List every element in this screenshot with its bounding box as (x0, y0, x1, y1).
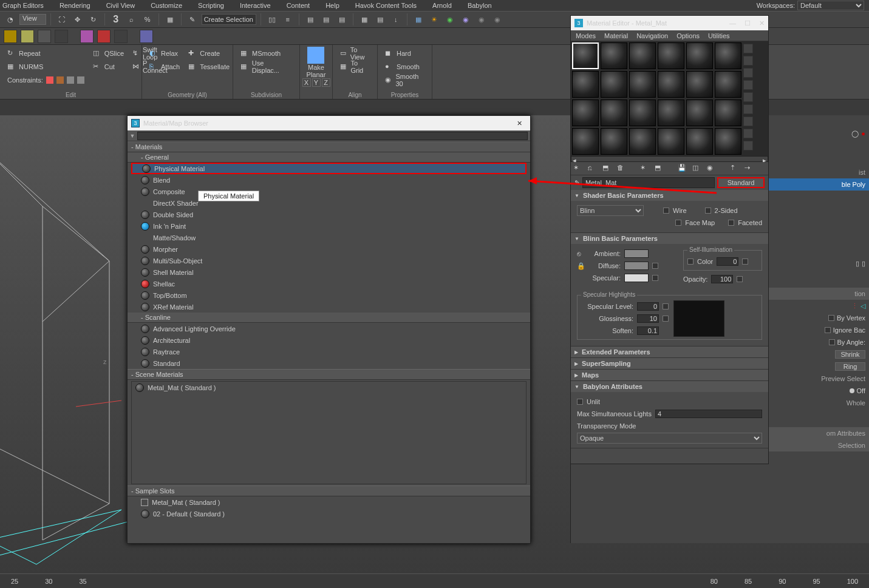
opacity-map-button[interactable] (737, 276, 743, 282)
nurms-button[interactable]: ▦NURMS (5, 60, 87, 73)
qslice-button[interactable]: ◫QSlice (90, 47, 126, 60)
tool-icon[interactable] (743, 104, 753, 114)
menu-interactive[interactable]: Interactive (240, 2, 271, 9)
off-radio[interactable] (850, 388, 854, 393)
material-blend[interactable]: Blend (128, 174, 530, 186)
transparency-mode-dropdown[interactable]: Opaque (577, 433, 762, 444)
wire-checkbox[interactable] (663, 208, 669, 214)
material-advanced-lighting[interactable]: Advanced Lighting Override (128, 323, 530, 334)
smooth30-button[interactable]: ◉Smooth 30 (383, 73, 427, 87)
material-standard[interactable]: Standard (128, 357, 530, 369)
repeat-button[interactable]: ↻Repeat (5, 47, 87, 60)
menu-arnold[interactable]: Arnold (432, 2, 452, 9)
view-dropdown[interactable]: View (19, 14, 46, 25)
category-sample-slots[interactable]: - Sample Slots (128, 485, 530, 496)
cut-button[interactable]: ✂Cut (90, 60, 126, 73)
msmooth-button[interactable]: ▦MSmooth (238, 47, 295, 60)
tool-icon[interactable]: ⬒ (655, 164, 664, 174)
tool-icon[interactable] (21, 30, 34, 43)
rollout-maps[interactable]: ▶Maps (571, 370, 768, 380)
specular-swatch[interactable] (624, 274, 649, 282)
material-shell-material[interactable]: Shell Material (128, 266, 530, 278)
hard-button[interactable]: ◼Hard (383, 47, 427, 60)
z-button[interactable]: Z (322, 78, 330, 87)
material-morpher[interactable]: Morpher (128, 243, 530, 255)
sample-slot-grid[interactable] (572, 42, 741, 155)
category-scanline[interactable]: - Scanline (128, 313, 530, 323)
category-scene-materials[interactable]: - Scene Materials (128, 369, 530, 380)
scene-material-item[interactable]: Metal_Mat ( Standard ) (132, 382, 526, 393)
menu-navigation[interactable]: Navigation (636, 32, 668, 39)
tool-icon[interactable] (140, 30, 153, 43)
delete-icon[interactable]: 🗑 (617, 164, 627, 174)
smooth-button[interactable]: ●Smooth (383, 60, 427, 73)
menu-civil-view[interactable]: Civil View (106, 2, 135, 9)
sample-slot[interactable] (601, 100, 627, 126)
tool-icon[interactable]: ✎ (186, 13, 199, 26)
menu-options[interactable]: Options (676, 32, 700, 39)
sample-slot[interactable] (715, 128, 741, 155)
selection-set-input[interactable] (202, 14, 256, 25)
material-editor-menubar[interactable]: Modes Material Navigation Options Utilit… (571, 30, 768, 41)
workspaces-dropdown[interactable]: Default (797, 1, 864, 10)
menu-customize[interactable]: Customize (151, 2, 182, 9)
teapot-icon[interactable]: ◉ (459, 13, 472, 26)
opacity-spinner[interactable]: 100 (711, 275, 733, 283)
create-button[interactable]: ✚Create (186, 47, 232, 60)
sample-type-icon[interactable] (743, 44, 753, 53)
sample-slot[interactable] (572, 71, 599, 98)
material-shellac[interactable]: Shellac (128, 278, 530, 289)
percent-icon[interactable]: % (141, 13, 154, 26)
2sided-checkbox[interactable] (705, 208, 711, 214)
material-physical-material[interactable]: Physical Material (131, 163, 527, 174)
search-input[interactable] (137, 132, 528, 140)
ambient-swatch[interactable] (624, 249, 649, 258)
y-button[interactable]: Y (312, 78, 321, 87)
max-lights-spinner[interactable]: 4 (655, 410, 762, 418)
tool-icon[interactable] (80, 30, 94, 43)
material-architectural[interactable]: Architectural (128, 334, 530, 346)
save-icon[interactable]: 💾 (678, 164, 687, 174)
sample-slot[interactable] (658, 71, 684, 98)
spec-level-spinner[interactable]: 0 (637, 302, 659, 311)
options-dropdown-icon[interactable]: ▼ (128, 133, 137, 139)
tool-icon[interactable]: ▯ (856, 260, 859, 268)
backlight-icon[interactable] (743, 56, 753, 66)
curve-editor-icon[interactable]: ▦ (358, 13, 371, 26)
sample-slot-item[interactable]: 02 - Default ( Standard ) (128, 508, 530, 519)
constraint-icon[interactable] (77, 76, 84, 84)
rollout-extended[interactable]: ▶Extended Parameters (571, 346, 768, 357)
sample-slot[interactable] (686, 71, 713, 98)
ignore-backfacing-checkbox[interactable] (825, 327, 831, 333)
sample-slot[interactable] (658, 128, 684, 155)
rotate-icon[interactable]: ↻ (87, 13, 100, 26)
sample-slot[interactable] (629, 128, 656, 155)
layers-icon[interactable]: ▤ (304, 13, 317, 26)
assign-icon[interactable]: ⬒ (602, 164, 612, 174)
group-title[interactable]: Geometry (All) (147, 90, 228, 98)
constraint-icon[interactable] (56, 76, 64, 84)
browser-titlebar[interactable]: 3 Material/Map Browser ✕ (128, 116, 530, 130)
gloss-spinner[interactable]: 10 (637, 314, 659, 323)
tool-icon[interactable]: ◉ (707, 164, 717, 174)
tessellate-button[interactable]: ▦Tessellate (186, 60, 232, 73)
sample-slot[interactable] (686, 100, 713, 126)
rollout-blinn-basic[interactable]: ▼Blinn Basic Parameters (571, 233, 768, 244)
menu-havok[interactable]: Havok Content Tools (355, 2, 417, 9)
close-icon[interactable]: ✕ (512, 120, 527, 127)
edge-icon[interactable]: ◁ (860, 302, 865, 310)
menu-scripting[interactable]: Scripting (198, 2, 224, 9)
sample-slot[interactable] (572, 100, 599, 126)
diffuse-swatch[interactable] (624, 262, 649, 270)
layers-icon[interactable]: ▤ (319, 13, 333, 26)
go-forward-icon[interactable]: ⇢ (745, 164, 754, 174)
sample-slot[interactable] (715, 71, 741, 98)
sample-slot[interactable] (629, 100, 656, 126)
ring-button[interactable]: Ring (835, 362, 865, 371)
background-icon[interactable] (743, 68, 753, 78)
tool-icon[interactable] (743, 92, 753, 102)
material-name-input[interactable] (582, 177, 715, 188)
tool-icon[interactable] (4, 30, 17, 43)
material-double-sided[interactable]: Double Sided (128, 209, 530, 220)
timeline[interactable]: 25 30 35 80 85 90 95 100 (0, 573, 869, 588)
